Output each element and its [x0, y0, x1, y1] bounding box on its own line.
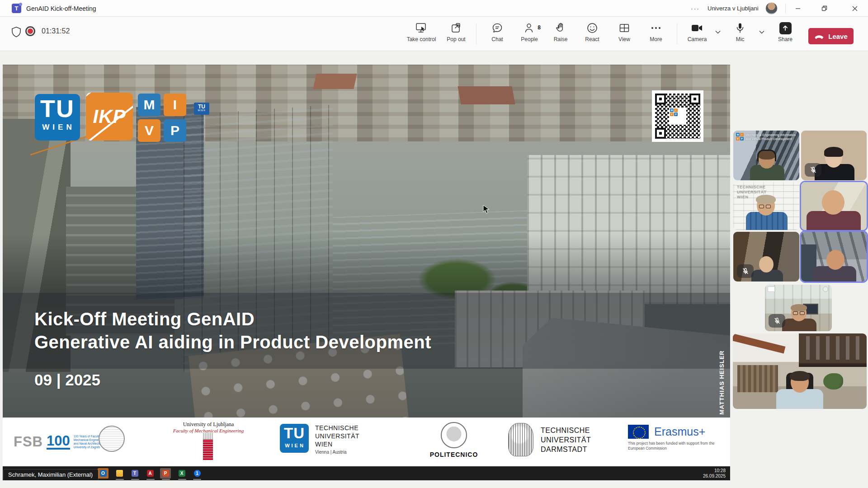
camera-label: Camera [688, 36, 707, 42]
university-ljubljana-logo: University of Ljubljana Faculty of Mecha… [165, 421, 251, 433]
slide-date: 09 | 2025 [34, 371, 100, 389]
excel-icon[interactable]: X [176, 468, 187, 479]
react-label: React [585, 36, 599, 42]
acrobat-icon[interactable]: A [145, 468, 156, 479]
fsb-100-logo: FSB 100 100 Years of Faculty of Mechanic… [14, 434, 105, 450]
file-explorer-icon[interactable] [114, 468, 125, 479]
chat-label: Chat [491, 36, 503, 42]
hang-up-icon [814, 33, 824, 39]
mic-label: Mic [736, 36, 745, 42]
participant-tile-active-speaker[interactable] [801, 182, 867, 230]
slide-title-line2: Generative AI aiding in Product Developm… [34, 331, 431, 354]
mic-muted-icon [737, 264, 754, 278]
taskbar-clock[interactable]: 10:28 26.09.2025 [703, 468, 726, 479]
mivp-mini-logo: MI VP [736, 133, 744, 141]
photo-credit: © MATTHIAS HEISLER [718, 315, 726, 418]
shared-screen-stage[interactable]: TU WIEN IKP M I V P TU WIEN [3, 65, 730, 480]
glasses [793, 311, 805, 315]
more-button[interactable]: More [637, 22, 675, 47]
partner-logo-strip: FSB 100 100 Years of Faculty of Mechanic… [3, 418, 730, 466]
taskbar-date: 26.09.2025 [703, 474, 726, 479]
slide-title: Kick-Off Meeting GenAID Generative AI ai… [34, 308, 431, 354]
participant-tile[interactable] [801, 131, 867, 180]
presenter-taskbar: O T A P X 1 10:28 26.09.2025 [3, 466, 730, 480]
participant-tile[interactable]: TECHNISCHE UNIVERSITÄT WIEN [733, 182, 799, 230]
pop-out-icon [450, 22, 462, 34]
virtual-background-caption: MI VP Mechanical Engineering Informatics… [736, 133, 796, 141]
take-control-button[interactable]: Take control [402, 22, 441, 47]
react-icon [586, 22, 598, 34]
recording-indicator [25, 26, 35, 36]
tu-wien-strip-logo: TU WIEN TECHNISCHE UNIVERSITÄT WIEN Vien… [280, 424, 359, 455]
tu-wien-logo: TU WIEN [35, 94, 80, 141]
people-label: People [521, 36, 538, 42]
take-control-icon [415, 22, 428, 34]
account-avatar[interactable] [765, 2, 778, 14]
outlook-icon[interactable]: O [98, 468, 108, 479]
mic-muted-icon [805, 163, 821, 177]
raise-hand-label: Raise [554, 36, 568, 42]
onepassword-icon[interactable]: 1 [192, 468, 203, 479]
chat-icon [491, 22, 503, 34]
toolbar-divider [677, 23, 677, 44]
qr-finder [655, 94, 666, 104]
participant-tile-active-speaker[interactable] [801, 232, 867, 282]
close-icon [852, 6, 858, 11]
ikp-logo: IKP [86, 93, 133, 141]
view-icon [618, 22, 630, 34]
teams-taskbar-icon[interactable]: T [129, 468, 140, 479]
pop-out-button[interactable]: Pop out [437, 22, 476, 47]
mivp-logo: M I V P [138, 94, 187, 142]
headset [757, 150, 776, 161]
erasmus-plus-logo: Erasmus+ This project has been funded wi… [628, 425, 714, 451]
account-name[interactable]: Univerza v Ljubljani [708, 0, 759, 17]
participant-tile[interactable]: MI VP Mechanical Engineering Informatics… [733, 131, 799, 180]
restore-icon [821, 5, 827, 11]
qr-mivp-center: MI VP [669, 108, 686, 125]
politecnico-logo: POLITECNICO [427, 422, 481, 458]
restore-button[interactable] [814, 0, 835, 17]
presenter-name-tag: Schramek, Maximilian (External) [4, 469, 98, 480]
slide-photo-vienna-aerial: TU WIEN IKP M I V P TU WIEN [3, 65, 730, 418]
people-icon [524, 22, 535, 34]
qr-finder [689, 94, 700, 104]
camera-button[interactable]: Camera [678, 22, 717, 47]
window-titlebar: T GenAID Kick-off-Meeting ··· Univerza v… [0, 0, 868, 17]
participant-tile[interactable] [733, 232, 799, 282]
mouse-cursor [483, 205, 490, 216]
take-control-label: Take control [407, 36, 436, 42]
minimize-button[interactable] [788, 0, 808, 17]
share-button[interactable]: Share [766, 22, 805, 47]
powerpoint-icon[interactable]: P [160, 468, 171, 479]
tu-building-sign: TU WIEN [194, 103, 209, 115]
meeting-toolbar: 01:31:52 Take control Pop out Chat 8 [0, 17, 868, 51]
mic-button[interactable]: Mic [721, 22, 760, 47]
titlebar-more-menu[interactable]: ··· [691, 0, 700, 17]
security-shield-icon[interactable] [11, 26, 22, 40]
erasmus-funding-note: This project has been funded with suppor… [628, 441, 714, 451]
pop-out-label: Pop out [447, 36, 465, 42]
window-title: GenAID Kick-off-Meeting [26, 0, 96, 17]
participant-tile[interactable] [765, 285, 832, 331]
athena-head-mark [508, 423, 533, 456]
ljubljana-building-mark [203, 439, 213, 460]
eu-flag [628, 425, 649, 439]
more-icon [651, 22, 660, 34]
taskbar-time: 10:28 [703, 468, 726, 474]
share-label: Share [778, 36, 793, 42]
close-button[interactable] [844, 0, 865, 17]
participant-tile-large[interactable] [733, 333, 867, 409]
view-label: View [618, 36, 630, 42]
qr-code: MI VP [652, 90, 703, 142]
university-zagreb-seal [99, 426, 125, 452]
share-icon [779, 22, 792, 34]
camera-icon [691, 22, 703, 34]
mic-options-chevron[interactable] [757, 27, 767, 37]
raise-hand-icon [555, 22, 566, 34]
meeting-timer: 01:31:52 [42, 27, 70, 35]
minimize-icon [795, 6, 801, 11]
more-label: More [650, 36, 662, 42]
leave-button[interactable]: Leave [808, 28, 854, 44]
tu-darmstadt-logo: TECHNISCHE UNIVERSITÄT DARMSTADT [508, 423, 591, 456]
slide-title-line1: Kick-Off Meeting GenAID [34, 308, 431, 331]
